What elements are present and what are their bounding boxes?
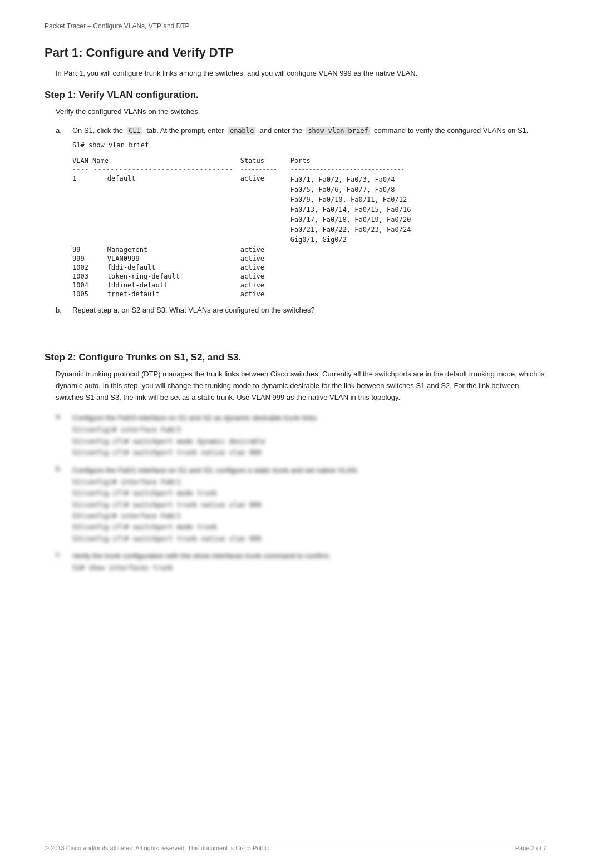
vlan-table-row: 1002fddi-defaultactive: [72, 263, 417, 272]
step1a-suffix: command to verify the configured VLANs o…: [374, 126, 528, 135]
vlan-id-cell: 99: [72, 245, 107, 254]
cli-block: S1# show vlan brief: [72, 140, 546, 151]
blurred-item-label: b.: [56, 464, 72, 544]
step1-label-b: b.: [56, 304, 72, 316]
vlan-status-cell: active: [240, 281, 290, 290]
blurred-item-content: Configure the Fa0/3 interface on S1 and …: [72, 412, 546, 458]
vlan-status-cell: active: [240, 254, 290, 263]
vlan-ports-cell: [290, 281, 418, 290]
blurred-item: c.Verify the trunk configuration with th…: [56, 550, 546, 573]
step1a-cmd2: show vlan brief: [306, 127, 370, 135]
blurred-item: b.Configure the Fa0/1 interface on S1 an…: [56, 464, 546, 544]
vlan-status-cell: active: [240, 263, 290, 272]
vlan-table-row: 1003token-ring-defaultactive: [72, 272, 417, 281]
step1-item-b: b. Repeat step a. on S2 and S3. What VLA…: [56, 304, 546, 316]
vlan-name-cell: VLAN0999: [107, 254, 240, 263]
vlan-table-row: 1004fddinet-defaultactive: [72, 281, 417, 290]
vlan-id-cell: 1002: [72, 263, 107, 272]
step1a-cli: CLI: [127, 127, 142, 135]
part1-intro: In Part 1, you will configure trunk link…: [56, 68, 546, 80]
blurred-item-content: Configure the Fa0/1 interface on S1 and …: [72, 464, 546, 544]
step1-intro: Verify the configured VLANs on the switc…: [56, 106, 546, 118]
vlan-table-header: VLAN Name Status Ports: [72, 156, 417, 165]
vlan-id-cell: 1: [72, 174, 107, 245]
vlan-name-cell: token-ring-default: [107, 272, 240, 281]
vlan-status-cell: active: [240, 245, 290, 254]
page-header: Packet Tracer – Configure VLANs, VTP and…: [45, 22, 546, 30]
step2-intro: Dynamic trunking protocol (DTP) manages …: [56, 369, 546, 403]
vlan-table-row: 1005trnet-defaultactive: [72, 290, 417, 299]
blurred-item: a.Configure the Fa0/3 interface on S1 an…: [56, 412, 546, 458]
step2-title: Step 2: Configure Trunks on S1, S2, and …: [45, 352, 546, 363]
vlan-id-cell: 1005: [72, 290, 107, 299]
vlan-name-cell: trnet-default: [107, 290, 240, 299]
step1-item-a: a. On S1, click the CLI tab. At the prom…: [56, 125, 546, 137]
vlan-name-cell: default: [107, 174, 240, 245]
cli-prompt: S1#: [72, 141, 85, 149]
vlan-name-header: VLAN Name: [72, 156, 240, 165]
vlan-ports-cell: [290, 245, 418, 254]
vlan-name-cell: Management: [107, 245, 240, 254]
page-footer: © 2013 Cisco and/or its affiliates. All …: [45, 841, 546, 851]
blurred-item-label: c.: [56, 550, 72, 573]
vlan-id-cell: 1003: [72, 272, 107, 281]
vlan-id-cell: 999: [72, 254, 107, 263]
step1a-prefix: On S1, click the: [72, 126, 123, 135]
vlan-status-cell: active: [240, 272, 290, 281]
step1a-cmd1: enable: [228, 127, 255, 135]
step1-label-a: a.: [56, 125, 72, 137]
step1-title: Step 1: Verify VLAN configuration.: [45, 90, 546, 101]
status-header: Status: [240, 156, 290, 165]
step1-content-a: On S1, click the CLI tab. At the prompt,…: [72, 125, 546, 137]
step1a-and: and enter the: [260, 126, 303, 135]
vlan-name-cell: fddi-default: [107, 263, 240, 272]
footer-left: © 2013 Cisco and/or its affiliates. All …: [45, 845, 271, 851]
part1-title: Part 1: Configure and Verify DTP: [45, 46, 546, 60]
blurred-item-content: Verify the trunk configuration with the …: [72, 550, 546, 573]
blurred-item-label: a.: [56, 412, 72, 458]
vlan-ports-cell: [290, 290, 418, 299]
footer-right: Page 2 of 7: [515, 845, 546, 851]
vlan-ports-cell: [290, 272, 418, 281]
vlan-ports-cell: [290, 263, 418, 272]
vlan-table-row: 999VLAN0999active: [72, 254, 417, 263]
vlan-ports-cell: [290, 254, 418, 263]
ports-header: Ports: [290, 156, 418, 165]
vlan-name-cell: fddinet-default: [107, 281, 240, 290]
vlan-status-cell: active: [240, 174, 290, 245]
vlan-table-separator: ---- --------------------------------- -…: [72, 165, 417, 174]
cli-command: show vlan brief: [88, 141, 149, 149]
blurred-section: a.Configure the Fa0/3 interface on S1 an…: [56, 412, 546, 573]
vlan-status-cell: active: [240, 290, 290, 299]
vlan-id-cell: 1004: [72, 281, 107, 290]
vlan-table-row: 99Managementactive: [72, 245, 417, 254]
step1-content-b: Repeat step a. on S2 and S3. What VLANs …: [72, 304, 546, 316]
step1a-mid: tab. At the prompt, enter: [146, 126, 224, 135]
vlan-ports-cell: Fa0/1, Fa0/2, Fa0/3, Fa0/4 Fa0/5, Fa0/6,…: [290, 174, 418, 245]
vlan-table-row: 1defaultactiveFa0/1, Fa0/2, Fa0/3, Fa0/4…: [72, 174, 417, 245]
vlan-table: VLAN Name Status Ports ---- ------------…: [72, 156, 417, 299]
